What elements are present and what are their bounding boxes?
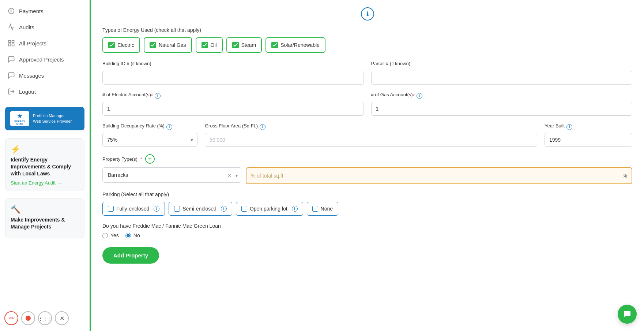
grid-button[interactable]: ⋮⋮⋮	[38, 311, 52, 325]
energy-chip-electric[interactable]: Electric	[102, 37, 140, 53]
property-type-select-wrapper: Barracks Office Retail Warehouse × ▾	[102, 167, 241, 184]
fully-enclosed-info-icon[interactable]: i	[154, 206, 159, 212]
steam-label: Steam	[241, 42, 256, 48]
svg-rect-3	[9, 44, 11, 46]
occupancy-select[interactable]: 75% 25% 50% 100%	[102, 133, 197, 147]
main-content: ℹ Types of Energy Used (check all that a…	[91, 0, 644, 331]
sidebar-item-messages[interactable]: Messages	[0, 67, 90, 83]
sidebar-item-logout[interactable]: Logout	[0, 83, 90, 100]
sidebar-item-audits[interactable]: Audits	[0, 19, 90, 35]
energy-chip-steam[interactable]: Steam	[226, 37, 262, 53]
freddie-yes-radio[interactable]	[102, 233, 108, 238]
parking-chip-fully-enclosed[interactable]: Fully-enclosed i	[102, 202, 165, 216]
promo-card-manage: 🔨 Make Improvements & Manage Projects	[5, 198, 84, 239]
gas-accounts-info-icon[interactable]: i	[417, 93, 422, 99]
sidebar: Payments Audits All Projects Approved Pr…	[0, 0, 91, 331]
pct-input-wrapper: %	[246, 167, 632, 184]
year-built-info-icon[interactable]: i	[566, 124, 572, 130]
freddie-label: Do you have Freddie Mac / Fannie Mae Gre…	[102, 223, 632, 229]
building-id-label: Building ID # (if known)	[102, 61, 151, 66]
parcel-input[interactable]	[371, 71, 633, 85]
freddie-mac-section: Do you have Freddie Mac / Fannie Mae Gre…	[102, 223, 632, 238]
close-button[interactable]: ✕	[55, 311, 69, 325]
freddie-no-radio[interactable]	[125, 233, 131, 238]
svg-rect-4	[12, 44, 14, 46]
property-type-section: Property Type(s) * + Barracks Office Ret…	[102, 154, 632, 184]
sidebar-payments-label: Payments	[19, 8, 44, 14]
approved-projects-icon	[7, 55, 15, 63]
chat-fab-button[interactable]	[618, 305, 637, 324]
energy-star-text: Portfolio ManagerWeb Service Provider	[33, 113, 72, 124]
solar-check-icon	[271, 42, 278, 48]
promo-card-audit: ⚡ Identify Energy Improvements & Comply …	[5, 138, 84, 191]
oil-label: Oil	[211, 42, 217, 48]
electric-accounts-info-icon[interactable]: i	[155, 93, 161, 99]
none-checkbox[interactable]	[312, 206, 318, 212]
parking-section: Parking (Select all that apply) Fully-en…	[102, 191, 632, 216]
floor-area-info-icon[interactable]: i	[260, 124, 265, 130]
promo-audit-title: Identify Energy Improvements & Comply wi…	[11, 156, 79, 177]
sidebar-messages-label: Messages	[19, 72, 44, 79]
top-info-icon[interactable]: ℹ	[361, 7, 374, 21]
payments-icon	[7, 7, 15, 15]
floor-area-input[interactable]	[205, 133, 537, 147]
add-property-type-button[interactable]: +	[145, 154, 155, 164]
energy-chip-oil[interactable]: Oil	[196, 37, 223, 53]
sidebar-nav: Payments Audits All Projects Approved Pr…	[0, 0, 90, 103]
parking-chip-semi-enclosed[interactable]: Semi-enclosed i	[169, 202, 232, 216]
energy-chip-solar[interactable]: Solar/Renewable	[265, 37, 325, 53]
promo-manage-title: Make Improvements & Manage Projects	[11, 216, 79, 230]
sidebar-approved-projects-label: Approved Projects	[19, 56, 64, 63]
gas-accounts-input[interactable]	[371, 102, 633, 116]
accounts-row: # of Electric Account(s) * i # of Gas Ac…	[102, 92, 632, 116]
pct-symbol: %	[623, 173, 627, 179]
start-audit-link[interactable]: Start an Energy Audit →	[11, 180, 79, 186]
building-id-group: Building ID # (if known)	[102, 61, 364, 85]
property-type-required-star: *	[140, 156, 142, 162]
energy-star-logo: ★ ENERGYSTAR	[10, 111, 29, 126]
freddie-no-text: No	[133, 233, 140, 238]
year-built-label: Year Built	[545, 123, 565, 129]
sidebar-item-approved-projects[interactable]: Approved Projects	[0, 51, 90, 67]
electric-accounts-input[interactable]	[102, 102, 364, 116]
floor-area-group: Gross Floor Area (Sq.Ft.) i	[205, 123, 537, 147]
sidebar-item-all-projects[interactable]: All Projects	[0, 35, 90, 51]
occupancy-group: Building Occupancy Rate (%) i 75% 25% 50…	[102, 123, 197, 147]
svg-rect-1	[9, 41, 11, 43]
semi-enclosed-info-icon[interactable]: i	[221, 206, 227, 212]
building-id-input[interactable]	[102, 71, 364, 85]
svg-rect-2	[12, 41, 14, 43]
parking-row: Fully-enclosed i Semi-enclosed i Open pa…	[102, 202, 632, 216]
open-parking-checkbox[interactable]	[241, 206, 247, 212]
gas-accounts-label: # of Gas Account(s)	[371, 92, 413, 97]
pct-input[interactable]	[251, 173, 621, 179]
electric-check-icon	[108, 42, 115, 48]
oil-check-icon	[202, 42, 208, 48]
energy-chip-natural-gas[interactable]: Natural Gas	[144, 37, 192, 53]
record-button[interactable]	[21, 311, 35, 325]
property-type-header: Property Type(s) * +	[102, 154, 632, 164]
occupancy-info-icon[interactable]: i	[166, 124, 172, 130]
edit-button[interactable]: ✏	[4, 311, 18, 325]
freddie-yes-label[interactable]: Yes	[102, 233, 119, 238]
natural-gas-label: Natural Gas	[159, 42, 186, 48]
property-type-clear-icon[interactable]: ×	[228, 172, 231, 179]
sidebar-all-projects-label: All Projects	[19, 40, 46, 47]
freddie-no-label[interactable]: No	[125, 233, 140, 238]
fully-enclosed-checkbox[interactable]	[108, 206, 114, 212]
property-type-select[interactable]: Barracks Office Retail Warehouse	[102, 167, 241, 183]
energy-types-section: Types of Energy Used (check all that app…	[102, 27, 632, 53]
energy-types-label: Types of Energy Used (check all that app…	[102, 27, 632, 33]
year-built-group: Year Built i	[545, 123, 632, 147]
none-label: None	[321, 206, 333, 212]
sidebar-item-payments[interactable]: Payments	[0, 3, 90, 19]
parking-chip-open-parking[interactable]: Open parking lot i	[236, 202, 303, 216]
sidebar-audits-label: Audits	[19, 24, 34, 30]
year-built-input[interactable]	[545, 133, 632, 147]
parcel-label: Parcel # (if known)	[371, 61, 411, 66]
add-property-button[interactable]: Add Property	[102, 247, 159, 264]
property-types-label: Property Type(s)	[102, 156, 138, 162]
semi-enclosed-checkbox[interactable]	[174, 206, 180, 212]
parking-chip-none[interactable]: None	[307, 202, 338, 216]
open-parking-info-icon[interactable]: i	[292, 206, 298, 212]
